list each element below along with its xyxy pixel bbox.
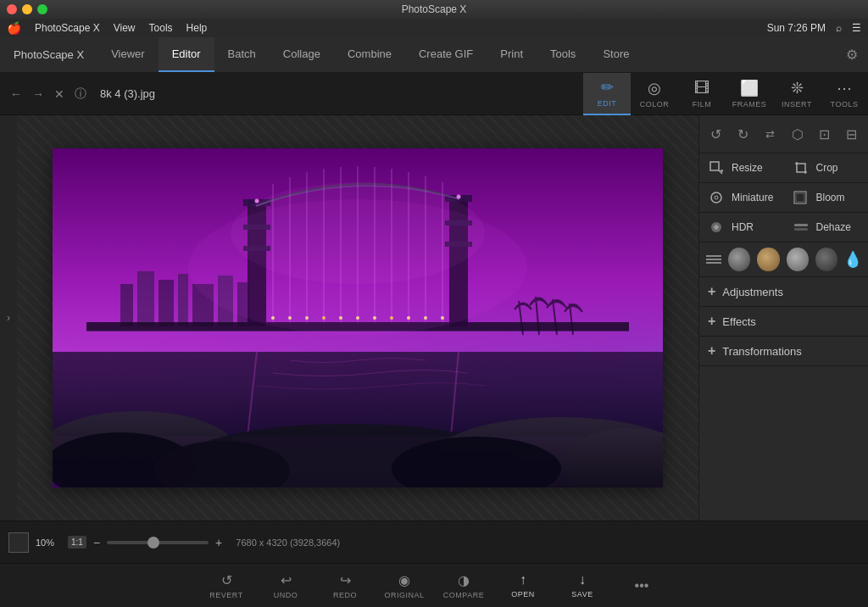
miniature-button[interactable]: Miniature <box>699 183 784 212</box>
perspective-button[interactable]: ⬡ <box>787 122 809 146</box>
main-layout: › <box>0 115 868 521</box>
minimize-button[interactable] <box>22 4 32 14</box>
straighten-button[interactable]: ⊡ <box>814 122 836 146</box>
zoom-slider[interactable] <box>107 541 209 544</box>
open-icon: ↑ <box>520 572 526 588</box>
nav-controls: ← → ✕ ⓘ 8k 4 (3).jpg <box>0 83 162 105</box>
zoom-1to1-button[interactable]: 1:1 <box>68 536 86 549</box>
tab-combine[interactable]: Combine <box>334 37 405 72</box>
tab-editor[interactable]: Editor <box>159 37 214 72</box>
tone-dropper[interactable]: 💧 <box>844 248 861 271</box>
revert-button[interactable]: ↺ REVERT <box>197 564 256 608</box>
original-label: ORIGINAL <box>384 591 424 599</box>
feature-row-2: Miniature Bloom <box>699 183 868 213</box>
open-button[interactable]: ↑ OPEN <box>493 564 553 608</box>
right-panel: ↺ ↻ ⇄ ⬡ ⊡ ⊟ Resize <box>698 115 868 521</box>
tone-line-1 <box>706 255 721 257</box>
tab-batch[interactable]: Batch <box>214 37 270 72</box>
svg-rect-60 <box>796 193 804 202</box>
frames-tool-button[interactable]: ⬜ FRAMES <box>726 73 773 115</box>
zoom-plus-button[interactable]: + <box>215 536 222 549</box>
more-icon: ••• <box>635 578 649 593</box>
more-button[interactable]: ••• <box>612 564 671 608</box>
film-icon: 🎞 <box>694 80 709 97</box>
dehaze-button[interactable]: Dehaze <box>784 213 869 242</box>
tone-circle-4[interactable] <box>815 248 837 271</box>
save-icon: ↓ <box>579 572 586 588</box>
flip-h-button[interactable]: ⇄ <box>759 122 781 146</box>
tab-collage[interactable]: Collage <box>270 37 334 72</box>
zoom-minus-button[interactable]: − <box>93 536 100 549</box>
bloom-label: Bloom <box>816 192 845 203</box>
effects-plus-icon: + <box>708 314 715 329</box>
maximize-button[interactable] <box>37 4 47 14</box>
save-button[interactable]: ↓ SAVE <box>553 564 612 608</box>
revert-label: REVERT <box>209 591 242 599</box>
tab-tools[interactable]: Tools <box>537 37 589 72</box>
edit-tool-button[interactable]: ✏ EDIT <box>583 73 631 115</box>
feature-row-1: Resize Crop <box>699 153 868 183</box>
film-tool-button[interactable]: 🎞 FILM <box>678 73 726 115</box>
tone-line-3 <box>706 262 721 264</box>
tab-store[interactable]: Store <box>589 37 643 72</box>
window-title: PhotoScape X <box>402 3 467 15</box>
help-menu[interactable]: Help <box>186 22 208 34</box>
bottom-toolbar: 10% 1:1 − + 7680 x 4320 (3928,3664) <box>0 521 868 563</box>
tone-circle-3[interactable] <box>787 248 809 271</box>
tone-lines-button[interactable] <box>706 255 721 264</box>
tools-menu[interactable]: Tools <box>149 22 173 34</box>
rotate-cw-button[interactable]: ↻ <box>732 122 754 146</box>
tab-viewer[interactable]: Viewer <box>97 37 159 72</box>
back-button[interactable]: ← <box>7 84 25 104</box>
canvas-image <box>53 148 663 487</box>
undo-label: UNDO <box>274 591 298 599</box>
settings-icon[interactable]: ⚙ <box>836 37 868 72</box>
resize-button[interactable]: Resize <box>699 153 784 182</box>
expand-button[interactable]: ⊟ <box>841 122 863 146</box>
forward-button[interactable]: → <box>29 84 47 104</box>
zoom-level: 10% <box>36 537 61 548</box>
svg-rect-3 <box>159 280 174 326</box>
search-icon[interactable]: ⌕ <box>836 22 842 34</box>
view-menu[interactable]: View <box>114 22 136 34</box>
zoom-thumbnail[interactable] <box>8 532 29 553</box>
tab-print[interactable]: Print <box>487 37 537 72</box>
sidebar-toggle[interactable]: › <box>7 312 10 324</box>
app-menu[interactable]: PhotoScape X <box>35 22 100 34</box>
original-button[interactable]: ◉ ORIGINAL <box>375 564 434 608</box>
bloom-button[interactable]: Bloom <box>784 183 869 212</box>
effects-section[interactable]: + Effects <box>699 307 868 337</box>
hdr-button[interactable]: HDR <box>699 213 784 242</box>
tone-circle-2[interactable] <box>757 248 779 271</box>
close-button[interactable] <box>7 4 17 14</box>
transformations-section[interactable]: + Transformations <box>699 337 868 366</box>
svg-rect-4 <box>178 274 188 326</box>
compare-button[interactable]: ◑ COMPARE <box>434 564 493 608</box>
dehaze-icon <box>793 219 810 236</box>
transformations-plus-icon: + <box>708 343 715 359</box>
menu-time: Sun 7:26 PM <box>767 22 826 34</box>
traffic-lights <box>7 4 47 14</box>
rotate-ccw-button[interactable]: ↺ <box>704 122 726 146</box>
svg-rect-62 <box>794 224 808 226</box>
crop-button[interactable]: Crop <box>784 153 869 182</box>
apple-menu[interactable]: 🍎 <box>7 21 21 35</box>
bloom-icon <box>793 189 810 206</box>
undo-button[interactable]: ↩ UNDO <box>256 564 315 608</box>
menu-icon[interactable]: ☰ <box>852 22 861 34</box>
insert-tool-button[interactable]: ❊ INSERT <box>773 73 821 115</box>
svg-point-57 <box>711 192 721 203</box>
redo-label: REDO <box>333 591 357 599</box>
undo-icon: ↩ <box>281 572 292 588</box>
redo-button[interactable]: ↪ REDO <box>315 564 375 608</box>
nav-brand: PhotoScape X <box>0 37 97 72</box>
adjustments-section[interactable]: + Adjustments <box>699 277 868 307</box>
info-button[interactable]: ⓘ <box>71 83 90 105</box>
tools-tool-button[interactable]: ⋯ TOOLS <box>821 73 868 115</box>
transformations-label: Transformations <box>722 345 801 358</box>
color-tool-button[interactable]: ◎ COLOR <box>631 73 678 115</box>
tone-circle-1[interactable] <box>728 248 750 271</box>
tab-create-gif[interactable]: Create GIF <box>405 37 487 72</box>
close-file-button[interactable]: ✕ <box>51 84 68 104</box>
tools-icon: ⋯ <box>837 79 852 97</box>
